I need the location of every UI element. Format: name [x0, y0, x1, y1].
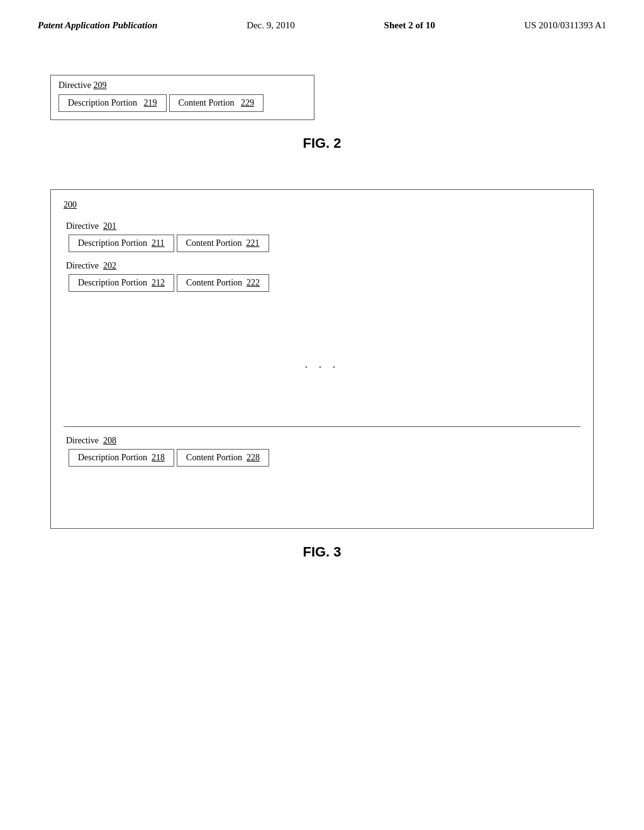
content-portion-221: Content Portion 221: [177, 235, 269, 252]
directive-208-label: Directive 208: [66, 436, 580, 446]
content-portion-228: Content Portion 228: [177, 449, 269, 467]
desc-portion-212: Description Portion 212: [69, 274, 174, 292]
publication-label: Patent Application Publication: [38, 20, 157, 31]
directive-block-202: Directive 202 Description Portion 212 Co…: [64, 261, 580, 292]
ellipsis-area: . . .: [64, 301, 580, 426]
sheet-label: Sheet 2 of 10: [384, 20, 435, 31]
fig3-outer-label: 200: [64, 200, 580, 210]
main-content: Directive 209 Description Portion 219 Co…: [0, 43, 644, 573]
page-header: Patent Application Publication Dec. 9, 2…: [0, 0, 644, 43]
fig2-caption: FIG. 2: [50, 135, 594, 152]
fig3-caption: FIG. 3: [50, 544, 594, 560]
fig2-content-portion: Content Portion 229: [169, 94, 264, 112]
directive-201-label: Directive 201: [66, 221, 580, 231]
patent-number-label: US 2010/0311393 A1: [525, 20, 606, 31]
fig2-portions-row: Description Portion 219 Content Portion …: [58, 94, 306, 112]
fig3-section: 200 Directive 201 Description Portion 21…: [50, 189, 594, 560]
fig2-section: Directive 209 Description Portion 219 Co…: [50, 75, 594, 152]
directive-201-portions: Description Portion 211 Content Portion …: [69, 235, 580, 252]
fig2-description-portion: Description Portion 219: [58, 94, 167, 112]
directive-block-201: Directive 201 Description Portion 211 Co…: [64, 221, 580, 252]
desc-portion-211: Description Portion 211: [69, 235, 174, 252]
directive-202-portions: Description Portion 212 Content Portion …: [69, 274, 580, 292]
directive-block-208: Directive 208 Description Portion 218 Co…: [64, 426, 580, 467]
fig2-outer-box: Directive 209 Description Portion 219 Co…: [50, 75, 314, 120]
content-portion-222: Content Portion 222: [177, 274, 269, 292]
directive-208-portions: Description Portion 218 Content Portion …: [69, 449, 580, 467]
desc-portion-218: Description Portion 218: [69, 449, 174, 467]
date-label: Dec. 9, 2010: [247, 20, 295, 31]
fig3-outer-box: 200 Directive 201 Description Portion 21…: [50, 189, 594, 529]
directive-202-label: Directive 202: [66, 261, 580, 271]
fig2-directive-label: Directive 209: [58, 80, 306, 91]
